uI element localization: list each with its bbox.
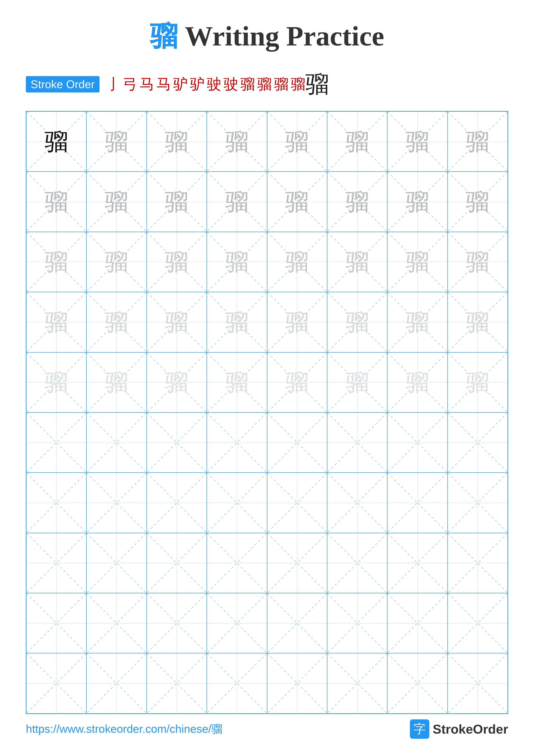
grid-cell: 骝 bbox=[147, 172, 207, 232]
svg-line-150 bbox=[207, 653, 267, 713]
grid-cell: 骝 bbox=[26, 292, 87, 352]
svg-line-151 bbox=[207, 653, 267, 713]
svg-line-87 bbox=[207, 413, 267, 472]
grid-cell: 骝 bbox=[26, 232, 87, 292]
grid-cell bbox=[147, 653, 207, 713]
svg-line-119 bbox=[207, 533, 267, 593]
grid-cell bbox=[87, 593, 146, 653]
svg-line-157 bbox=[388, 653, 447, 713]
grid-cell bbox=[267, 653, 327, 713]
svg-line-122 bbox=[327, 533, 387, 593]
svg-line-117 bbox=[147, 533, 207, 593]
stroke-8: 驶 bbox=[224, 74, 238, 94]
svg-line-155 bbox=[327, 653, 387, 713]
grid-cell bbox=[387, 413, 447, 472]
grid-cell: 骝 bbox=[387, 172, 447, 232]
svg-line-114 bbox=[87, 533, 146, 593]
grid-cell bbox=[207, 472, 267, 533]
stroke-10: 骝 bbox=[257, 74, 272, 94]
grid-cell: 骝 bbox=[447, 352, 508, 413]
svg-line-159 bbox=[448, 653, 507, 713]
svg-line-136 bbox=[267, 593, 327, 653]
stroke-5: 驴 bbox=[173, 74, 188, 94]
stroke-11: 骝 bbox=[274, 74, 289, 94]
grid-cell: 骝 bbox=[267, 352, 327, 413]
svg-line-84 bbox=[147, 413, 207, 472]
grid-cell: 骝 bbox=[387, 352, 447, 413]
grid-cell: 骝 bbox=[147, 111, 207, 172]
stroke-order-label: Stroke Order bbox=[26, 76, 99, 93]
svg-line-140 bbox=[388, 593, 447, 653]
svg-line-126 bbox=[448, 533, 507, 593]
svg-line-93 bbox=[388, 413, 447, 472]
svg-line-123 bbox=[327, 533, 387, 593]
grid-cell: 骝 bbox=[447, 111, 508, 172]
grid-cell: 骝 bbox=[147, 352, 207, 413]
svg-line-115 bbox=[87, 533, 146, 593]
svg-line-80 bbox=[27, 413, 86, 472]
grid-cell: 骝 bbox=[87, 172, 146, 232]
grid-cell bbox=[387, 653, 447, 713]
footer-url: https://www.strokeorder.com/chinese/骝 bbox=[26, 721, 222, 737]
svg-line-156 bbox=[388, 653, 447, 713]
svg-line-98 bbox=[87, 473, 146, 532]
grid-cell: 骝 bbox=[267, 172, 327, 232]
svg-line-145 bbox=[27, 653, 86, 713]
grid-cell: 骝 bbox=[267, 292, 327, 352]
svg-line-91 bbox=[327, 413, 387, 472]
grid-cell bbox=[447, 653, 508, 713]
svg-line-153 bbox=[267, 653, 327, 713]
svg-line-147 bbox=[87, 653, 146, 713]
grid-cell bbox=[147, 413, 207, 472]
stroke-6: 驴 bbox=[190, 74, 205, 94]
grid-cell bbox=[87, 533, 146, 593]
svg-line-83 bbox=[87, 413, 146, 472]
grid-cell: 骝 bbox=[26, 111, 87, 172]
grid-cell: 骝 bbox=[26, 172, 87, 232]
grid-cell: 骝 bbox=[387, 292, 447, 352]
grid-cell: 骝 bbox=[87, 292, 146, 352]
grid-cell: 骝 bbox=[207, 172, 267, 232]
grid-cell bbox=[26, 653, 87, 713]
svg-line-109 bbox=[388, 473, 447, 532]
grid-cell bbox=[26, 413, 87, 472]
svg-line-142 bbox=[448, 593, 507, 653]
svg-line-102 bbox=[207, 473, 267, 532]
grid-cell: 骝 bbox=[207, 111, 267, 172]
logo-text: StrokeOrder bbox=[433, 722, 508, 737]
svg-line-127 bbox=[448, 533, 507, 593]
svg-line-134 bbox=[207, 593, 267, 653]
grid-cell bbox=[327, 472, 387, 533]
svg-line-95 bbox=[448, 413, 507, 472]
svg-line-104 bbox=[267, 473, 327, 532]
grid-cell: 骝 bbox=[267, 232, 327, 292]
svg-line-85 bbox=[147, 413, 207, 472]
grid-cell bbox=[26, 533, 87, 593]
svg-line-149 bbox=[147, 653, 207, 713]
svg-line-121 bbox=[267, 533, 327, 593]
grid-cell bbox=[207, 533, 267, 593]
svg-line-130 bbox=[87, 593, 146, 653]
grid-cell bbox=[447, 533, 508, 593]
practice-grid: 骝骝骝骝骝骝骝骝骝骝骝骝骝骝骝骝骝骝骝骝骝骝骝骝骝骝骝骝骝骝骝骝骝骝骝骝骝骝骝骝 bbox=[26, 111, 508, 714]
svg-line-144 bbox=[27, 653, 86, 713]
page: 骝 Writing Practice Stroke Order 亅 弓 马 马 … bbox=[0, 0, 534, 756]
svg-line-113 bbox=[27, 533, 86, 593]
grid-cell: 骝 bbox=[87, 352, 146, 413]
grid-cell bbox=[267, 533, 327, 593]
grid-cell bbox=[447, 413, 508, 472]
stroke-1: 亅 bbox=[106, 74, 121, 94]
grid-cell: 骝 bbox=[207, 292, 267, 352]
svg-line-118 bbox=[207, 533, 267, 593]
grid-cell bbox=[147, 472, 207, 533]
title-char: 骝 bbox=[150, 20, 178, 51]
grid-cell: 骝 bbox=[387, 232, 447, 292]
svg-line-89 bbox=[267, 413, 327, 472]
grid-cell bbox=[387, 472, 447, 533]
grid-cell bbox=[87, 472, 146, 533]
grid-cell: 骝 bbox=[26, 352, 87, 413]
grid-cell: 骝 bbox=[327, 172, 387, 232]
grid-cell bbox=[147, 593, 207, 653]
stroke-2: 弓 bbox=[123, 74, 138, 94]
svg-line-101 bbox=[147, 473, 207, 532]
